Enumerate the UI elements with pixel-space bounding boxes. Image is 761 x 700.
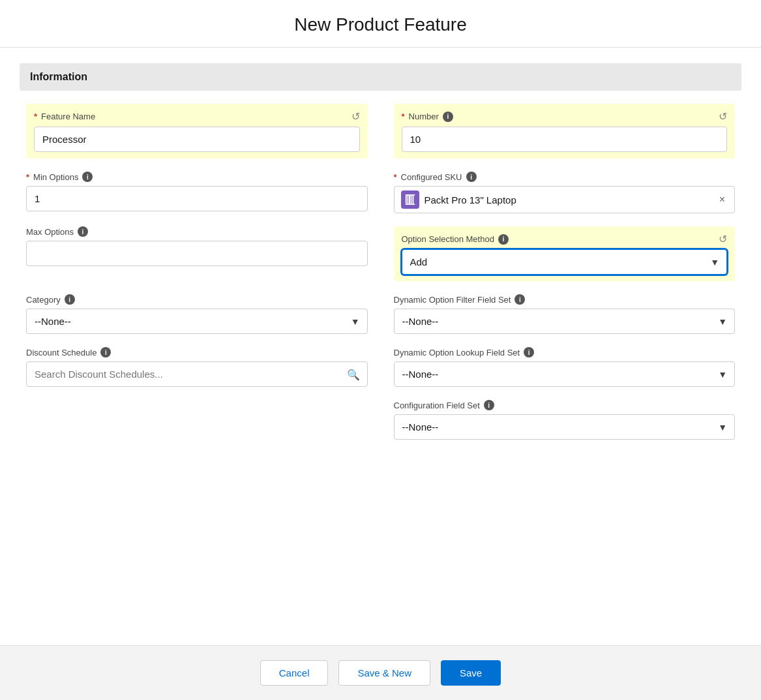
configuration-field-set-select[interactable]: --None-- bbox=[394, 414, 736, 440]
discount-schedule-search-wrapper: 🔍 bbox=[26, 361, 368, 387]
cancel-button[interactable]: Cancel bbox=[260, 660, 329, 686]
dynamic-option-lookup-wrapper: --None-- ▼ bbox=[394, 361, 736, 387]
category-info-icon[interactable]: i bbox=[65, 294, 75, 305]
category-label: Category i bbox=[26, 294, 368, 305]
sku-clear-button[interactable]: × bbox=[717, 192, 728, 207]
option-selection-info-icon[interactable]: i bbox=[498, 234, 509, 245]
number-reset-icon[interactable]: ↺ bbox=[719, 110, 727, 123]
sku-value: Packt Pro 13" Laptop bbox=[425, 194, 711, 205]
option-selection-method-select[interactable]: Add Remove Replace bbox=[402, 249, 728, 275]
dynamic-option-filter-info-icon[interactable]: i bbox=[515, 294, 525, 305]
form-grid: * Feature Name ↺ * Number i ↺ * Min Opti… bbox=[20, 104, 741, 440]
dynamic-option-filter-field: Dynamic Option Filter Field Set i --None… bbox=[394, 294, 736, 334]
feature-name-field: * Feature Name ↺ bbox=[26, 104, 368, 159]
discount-schedule-label: Discount Schedule i bbox=[26, 347, 368, 358]
number-label: * Number i ↺ bbox=[402, 110, 728, 123]
dynamic-option-lookup-label: Dynamic Option Lookup Field Set i bbox=[394, 347, 736, 358]
svg-rect-4 bbox=[412, 196, 413, 204]
feature-name-reset-icon[interactable]: ↺ bbox=[351, 110, 360, 123]
configuration-field-set-info-icon[interactable]: i bbox=[484, 400, 494, 410]
min-options-field: * Min Options i bbox=[26, 172, 368, 213]
discount-schedule-input[interactable] bbox=[26, 361, 368, 387]
dynamic-option-lookup-select[interactable]: --None-- bbox=[394, 361, 736, 387]
feature-name-label: * Feature Name ↺ bbox=[34, 110, 360, 123]
max-options-input[interactable] bbox=[26, 241, 368, 266]
required-star: * bbox=[26, 172, 29, 182]
min-options-label: * Min Options i bbox=[26, 172, 368, 182]
configured-sku-label: * Configured SKU i bbox=[394, 172, 736, 182]
section-header: Information bbox=[20, 63, 741, 91]
option-selection-reset-icon[interactable]: ↺ bbox=[719, 233, 727, 245]
save-new-button[interactable]: Save & New bbox=[338, 660, 430, 686]
min-options-info-icon[interactable]: i bbox=[82, 172, 93, 182]
svg-rect-5 bbox=[405, 194, 414, 196]
max-options-field: Max Options i bbox=[26, 226, 368, 281]
required-star: * bbox=[394, 172, 397, 182]
option-selection-method-wrapper: Add Remove Replace ▼ bbox=[402, 249, 728, 275]
required-star: * bbox=[402, 112, 405, 121]
number-field: * Number i ↺ bbox=[394, 104, 736, 159]
category-field: Category i --None-- ▼ bbox=[26, 294, 368, 334]
page-title: New Product Feature bbox=[0, 0, 761, 48]
category-select-wrapper: --None-- ▼ bbox=[26, 309, 368, 334]
max-options-label: Max Options i bbox=[26, 226, 368, 237]
svg-rect-2 bbox=[408, 196, 410, 204]
configured-sku-wrapper: Packt Pro 13" Laptop × bbox=[394, 186, 736, 213]
dynamic-option-filter-wrapper: --None-- ▼ bbox=[394, 309, 736, 334]
discount-schedule-field: Discount Schedule i 🔍 bbox=[26, 347, 368, 387]
svg-rect-6 bbox=[405, 204, 414, 205]
main-content: Information * Feature Name ↺ * Number i … bbox=[0, 48, 761, 645]
configuration-field-set-field: Configuration Field Set i --None-- ▼ bbox=[394, 400, 736, 440]
svg-rect-1 bbox=[407, 196, 408, 204]
configuration-field-set-wrapper: --None-- ▼ bbox=[394, 414, 736, 440]
min-options-input[interactable] bbox=[26, 186, 368, 211]
configured-sku-field: * Configured SKU i Packt Pro 13 bbox=[394, 172, 736, 213]
dynamic-option-lookup-field: Dynamic Option Lookup Field Set i --None… bbox=[394, 347, 736, 387]
max-options-info-icon[interactable]: i bbox=[78, 226, 88, 237]
feature-name-input[interactable] bbox=[34, 127, 360, 152]
empty-cell bbox=[26, 400, 368, 440]
discount-schedule-info-icon[interactable]: i bbox=[100, 347, 111, 358]
svg-rect-0 bbox=[405, 196, 406, 204]
svg-rect-3 bbox=[411, 196, 411, 204]
option-selection-method-field: Option Selection Method i ↺ Add Remove R… bbox=[394, 226, 736, 281]
dynamic-option-filter-label: Dynamic Option Filter Field Set i bbox=[394, 294, 736, 305]
sku-product-icon bbox=[401, 190, 419, 209]
number-info-icon[interactable]: i bbox=[443, 112, 453, 122]
footer: Cancel Save & New Save bbox=[0, 645, 761, 700]
dynamic-option-filter-select[interactable]: --None-- bbox=[394, 309, 736, 334]
configured-sku-info-icon[interactable]: i bbox=[466, 172, 477, 182]
dynamic-option-lookup-info-icon[interactable]: i bbox=[524, 347, 534, 358]
save-button[interactable]: Save bbox=[441, 660, 501, 686]
configuration-field-set-label: Configuration Field Set i bbox=[394, 400, 736, 410]
category-select[interactable]: --None-- bbox=[26, 309, 368, 334]
required-star: * bbox=[34, 112, 37, 121]
option-selection-method-label: Option Selection Method i ↺ bbox=[402, 233, 728, 245]
number-input[interactable] bbox=[402, 127, 728, 152]
